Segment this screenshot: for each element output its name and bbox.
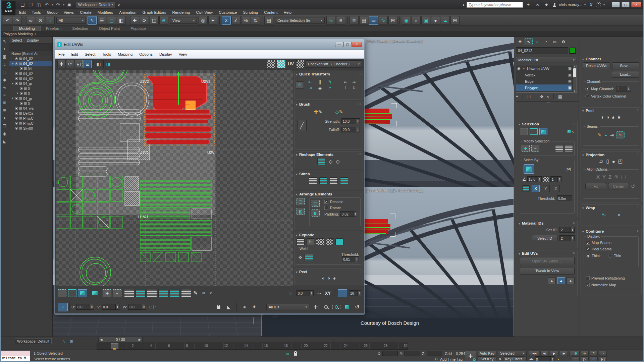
- set-id-spinner[interactable]: 2▲▼: [559, 227, 575, 233]
- zoom-extents-all-icon[interactable]: ⊞: [590, 356, 598, 362]
- align-horizontal-icon[interactable]: ⇤: [306, 79, 315, 84]
- select-id-spinner[interactable]: 2▲▼: [559, 235, 575, 241]
- select-row-icon-6[interactable]: [181, 289, 191, 297]
- menu-item[interactable]: Modifiers: [95, 10, 116, 15]
- menu-item[interactable]: Tools: [29, 10, 44, 15]
- spinner-snap-button[interactable]: ⇅: [251, 16, 260, 25]
- align-gizmo-icon[interactable]: ⊕: [614, 174, 619, 180]
- padding-spinner[interactable]: 0.02▲▼: [340, 211, 357, 217]
- zoom-region-icon[interactable]: [332, 305, 340, 309]
- expand-arrow-icon[interactable]: ▼: [11, 62, 14, 65]
- polygon-mode-button[interactable]: [539, 128, 547, 135]
- planar-select-icon[interactable]: [522, 185, 530, 192]
- align-x-button[interactable]: X: [596, 174, 600, 180]
- selection-lock-icon[interactable]: [292, 351, 299, 357]
- align-view-icon[interactable]: ▢: [621, 174, 626, 180]
- timeline-tick-label[interactable]: 16: [264, 344, 268, 348]
- object-name-field[interactable]: 04_0212: [516, 47, 568, 54]
- select-and-manipulate-button[interactable]: ✦: [208, 16, 217, 25]
- shrink-uv-selection-button[interactable]: −: [113, 289, 121, 297]
- search-input[interactable]: [467, 2, 523, 8]
- eye-icon[interactable]: [15, 62, 18, 65]
- ribbon-toggle-button[interactable]: ▭: [369, 16, 378, 25]
- rollout-header[interactable]: Reshape Elements: [294, 152, 363, 157]
- uvw-menu-item[interactable]: Display: [156, 52, 175, 57]
- walkthrough-icon[interactable]: ◔: [599, 351, 607, 356]
- uvw-menu-item[interactable]: Mapping: [114, 52, 136, 57]
- select-and-scale-button[interactable]: ◱: [150, 16, 159, 25]
- timeline-tick-label[interactable]: 14: [244, 344, 248, 348]
- planar-angle-icon[interactable]: ∠: [522, 177, 526, 182]
- align-down-icon[interactable]: ⇩: [350, 85, 358, 90]
- play-button[interactable]: ▶: [550, 351, 558, 356]
- object-color-swatch[interactable]: [570, 48, 576, 54]
- select-by-node-icon[interactable]: ⋈: [566, 166, 571, 172]
- rollout-header[interactable]: Wrap: [581, 205, 641, 210]
- uvw-maximize-button[interactable]: ▢: [343, 42, 352, 47]
- maximize-viewport-toggle-icon[interactable]: ◱: [599, 356, 607, 362]
- uvw-polygon-mode-button[interactable]: [78, 289, 87, 297]
- explode-to-elements-icon[interactable]: [335, 238, 343, 245]
- ribbon-tab[interactable]: Modeling: [13, 26, 41, 31]
- eye-icon[interactable]: [15, 82, 18, 85]
- modifier-list-dropdown[interactable]: Modifier List▾: [516, 57, 577, 63]
- spherical-map-icon[interactable]: ●: [612, 159, 615, 164]
- uvw-rotate-button[interactable]: ⟳: [66, 60, 74, 68]
- select-row-icon-1[interactable]: [124, 289, 134, 297]
- create-tab[interactable]: ✚: [516, 38, 524, 45]
- thick-radio[interactable]: [586, 254, 590, 258]
- pelt-map-icon[interactable]: ★: [616, 114, 621, 120]
- rotate-cw-icon[interactable]: ↱: [325, 85, 334, 90]
- quick-peel-icon[interactable]: ◖: [601, 114, 604, 120]
- align-z-button[interactable]: Z: [608, 174, 611, 180]
- keying-controls-button[interactable]: +: [465, 351, 476, 362]
- zoom-icon[interactable]: [322, 305, 330, 309]
- flatten-by-matid-icon[interactable]: [326, 238, 334, 245]
- timeline-tick-label[interactable]: 22: [324, 344, 328, 348]
- checker-tiling-toggle[interactable]: [277, 60, 285, 68]
- explorer-menu-item[interactable]: Display: [24, 38, 41, 43]
- explorer-row[interactable]: ▼ 04_gr: [9, 81, 52, 86]
- selection-set-dropdown[interactable]: Selected▾: [498, 351, 527, 356]
- select-element-toggle[interactable]: [91, 291, 99, 295]
- redo-icon[interactable]: ↷: [54, 1, 62, 8]
- uvw-edge-mode-button[interactable]: [68, 289, 76, 297]
- texture-checker-dropdown[interactable]: CheckerPatt...( Checker )▾: [306, 60, 362, 68]
- redo-button[interactable]: ↷: [13, 16, 22, 25]
- point-to-point-seam-icon[interactable]: ⌁: [604, 132, 607, 138]
- orbit-viewport-icon[interactable]: ↻: [590, 351, 598, 356]
- scene-explorer-toggle-button[interactable]: ▤: [359, 16, 368, 25]
- explorer-select-icon[interactable]: ↖: [3, 39, 6, 44]
- uvw-freeform-button[interactable]: ⊡: [84, 60, 92, 68]
- expand-arrow-icon[interactable]: ▼: [16, 92, 19, 95]
- select-element-icon[interactable]: ↖: [568, 129, 575, 134]
- display-tab[interactable]: ▭: [551, 38, 559, 45]
- grow-selection-button[interactable]: ✚: [522, 145, 530, 152]
- set-key-button[interactable]: Set Key: [478, 356, 496, 362]
- exchange-icon[interactable]: X: [588, 2, 594, 7]
- explorer-row[interactable]: ▼ 04_gr: [9, 96, 52, 101]
- uv-canvas[interactable]: U1V2 U2V2 U1V1 U2V U1V-1: [56, 70, 293, 286]
- load-uvws-button[interactable]: Load...: [612, 71, 639, 78]
- close-button[interactable]: ×: [631, 2, 641, 7]
- mirror-button[interactable]: ⇋: [326, 16, 335, 25]
- next-frame-button[interactable]: |▶: [560, 351, 568, 356]
- edit-named-selection-sets-button[interactable]: ▤: [264, 16, 273, 25]
- eye-icon[interactable]: [15, 97, 18, 100]
- timeline-ruler[interactable]: 24681012141618202224262830: [97, 343, 408, 350]
- threshold-field[interactable]: 0.0m: [557, 195, 572, 201]
- user-avatar-icon[interactable]: [552, 3, 557, 7]
- u-spinner[interactable]: 0.0▲▼: [76, 304, 94, 310]
- timeline-tick-label[interactable]: 12: [224, 344, 228, 348]
- timeline-tick-label[interactable]: 18: [284, 344, 288, 348]
- grid-size-spinner[interactable]: 16▲▼: [349, 290, 361, 296]
- undo-icon[interactable]: ↶: [43, 1, 50, 8]
- schematic-view-button[interactable]: ⊞: [388, 16, 397, 25]
- stitch-source-icon[interactable]: [330, 177, 338, 184]
- show-end-result-icon[interactable]: ⊔: [527, 94, 531, 99]
- key-filters-button[interactable]: Key Filters...: [504, 356, 527, 362]
- lock-selection-icon[interactable]: [215, 305, 223, 309]
- pin-stack-icon[interactable]: ⌖: [516, 94, 518, 99]
- matid-spinner[interactable]: 1▲▼: [550, 176, 561, 182]
- v-spinner[interactable]: 0.0▲▼: [102, 304, 119, 310]
